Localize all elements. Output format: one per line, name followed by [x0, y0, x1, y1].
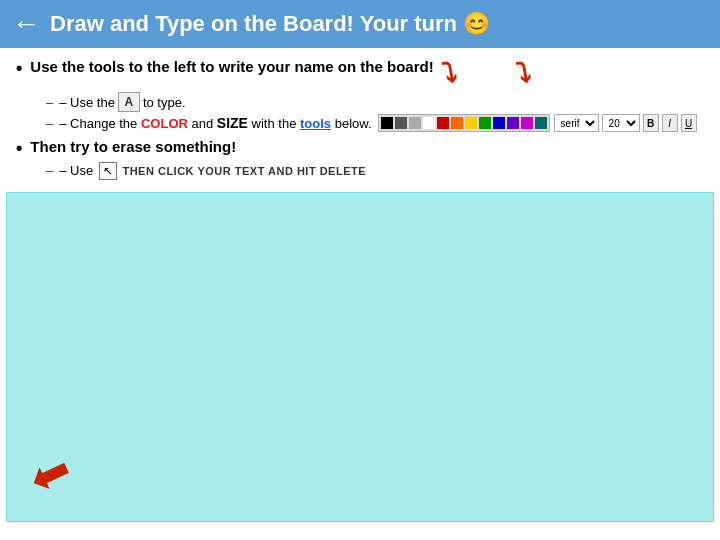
header: ← Draw and Type on the Board! Your turn …: [0, 0, 720, 48]
bullet-1-main: • Use the tools to the left to write you…: [16, 58, 704, 90]
color-swatch[interactable]: [493, 117, 505, 129]
color-swatch[interactable]: [521, 117, 533, 129]
color-swatch[interactable]: [381, 117, 393, 129]
color-swatch[interactable]: [479, 117, 491, 129]
sub2-suffix: with the: [252, 116, 297, 131]
bullet-1-text: Use the tools to the left to write your …: [30, 58, 433, 75]
text-tool-icon[interactable]: A: [118, 92, 140, 112]
italic-button[interactable]: I: [662, 114, 678, 132]
content-area: • Use the tools to the left to write you…: [0, 48, 720, 192]
toolbar-controls: serif 20 B I U: [554, 114, 697, 132]
drawing-board[interactable]: ⬋: [6, 192, 714, 522]
sub3-prefix: – Use: [59, 163, 93, 178]
bold-button[interactable]: B: [643, 114, 659, 132]
color-swatch[interactable]: [395, 117, 407, 129]
red-arrow-1: ⤵: [439, 57, 458, 91]
color-swatch[interactable]: [465, 117, 477, 129]
sub2-mid: and: [192, 116, 214, 131]
bullet-section-1: • Use the tools to the left to write you…: [16, 58, 704, 132]
color-swatch[interactable]: [507, 117, 519, 129]
underline-button[interactable]: U: [681, 114, 697, 132]
color-swatch[interactable]: [451, 117, 463, 129]
bullet-2-text: Then try to erase something!: [30, 138, 236, 155]
color-swatch[interactable]: [423, 117, 435, 129]
size-select[interactable]: 20: [602, 114, 640, 132]
board-arrow-icon: ⬋: [24, 439, 81, 505]
size-word: SIZE: [217, 115, 248, 131]
bullet-dot-2: •: [16, 138, 22, 160]
color-swatch[interactable]: [535, 117, 547, 129]
font-select[interactable]: serif: [554, 114, 599, 132]
sub-item-1: – – Use the A to type.: [46, 92, 704, 112]
color-swatch[interactable]: [437, 117, 449, 129]
sub1-suffix: to type.: [143, 95, 186, 110]
sub2-prefix: – Change the: [59, 116, 137, 131]
page-title: Draw and Type on the Board! Your turn 😊: [50, 11, 490, 37]
cursor-icon: ↖: [103, 164, 113, 178]
red-arrow-2: ⤵: [513, 57, 532, 91]
cursor-tool-icon[interactable]: ↖: [99, 162, 117, 180]
sub2-end: below.: [335, 116, 372, 131]
sub-item-2: – – Change the COLOR and SIZE with the t…: [46, 114, 704, 132]
bullet-2-main: • Then try to erase something!: [16, 138, 704, 160]
erase-instruction: then CLICK YOUR TEXT AND HIT DELETE: [122, 165, 366, 177]
color-palette[interactable]: [378, 114, 550, 132]
sub-item-3: – – Use ↖ then CLICK YOUR TEXT AND HIT D…: [46, 162, 704, 180]
sub1-prefix: – Use the: [59, 95, 115, 110]
back-button[interactable]: ←: [12, 8, 40, 40]
bullet-section-2: • Then try to erase something! – – Use ↖…: [16, 138, 704, 180]
color-word: COLOR: [141, 116, 188, 131]
color-swatch[interactable]: [409, 117, 421, 129]
bullet-dot-1: •: [16, 58, 22, 80]
tools-word: tools: [300, 116, 331, 131]
